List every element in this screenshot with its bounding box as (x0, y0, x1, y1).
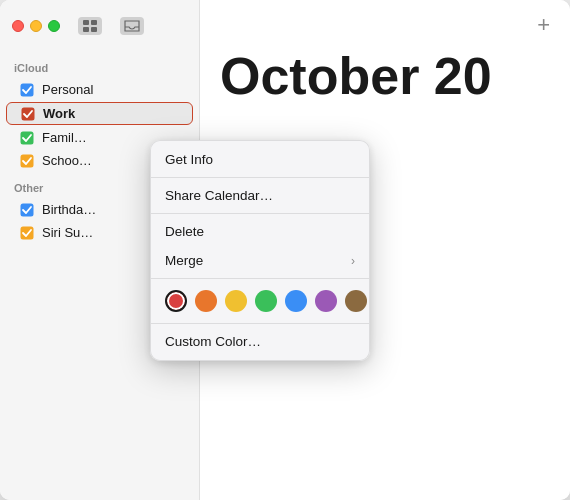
menu-separator-2 (151, 213, 369, 214)
grid-view-button[interactable] (78, 17, 102, 35)
personal-checkbox[interactable] (20, 83, 34, 97)
menu-item-get-info[interactable]: Get Info (151, 145, 369, 174)
siri-suggestions-label: Siri Su… (42, 225, 93, 240)
color-row (151, 282, 369, 320)
traffic-lights (12, 20, 60, 32)
menu-separator-1 (151, 177, 369, 178)
minimize-button[interactable] (30, 20, 42, 32)
merge-label: Merge (165, 253, 203, 268)
svg-rect-2 (83, 27, 89, 32)
color-swatch-orange[interactable] (195, 290, 217, 312)
app-window: iCloud Personal Work (0, 0, 570, 500)
school-label: Schoo… (42, 153, 92, 168)
birthdays-label: Birthda… (42, 202, 96, 217)
month-title: October 20 (220, 50, 550, 102)
menu-item-merge[interactable]: Merge › (151, 246, 369, 275)
color-swatch-green[interactable] (255, 290, 277, 312)
add-event-button[interactable]: + (537, 14, 550, 36)
maximize-button[interactable] (48, 20, 60, 32)
color-swatch-blue[interactable] (285, 290, 307, 312)
birthdays-checkbox[interactable] (20, 203, 34, 217)
work-checkbox[interactable] (21, 107, 35, 121)
menu-separator-4 (151, 323, 369, 324)
color-swatch-purple[interactable] (315, 290, 337, 312)
menu-item-delete[interactable]: Delete (151, 217, 369, 246)
sidebar-item-work[interactable]: Work (6, 102, 193, 125)
share-calendar-label: Share Calendar… (165, 188, 273, 203)
menu-separator-3 (151, 278, 369, 279)
siri-suggestions-checkbox[interactable] (20, 226, 34, 240)
inbox-button[interactable] (120, 17, 144, 35)
work-label: Work (43, 106, 75, 121)
menu-item-share-calendar[interactable]: Share Calendar… (151, 181, 369, 210)
custom-color-label: Custom Color… (165, 334, 261, 349)
close-button[interactable] (12, 20, 24, 32)
get-info-label: Get Info (165, 152, 213, 167)
personal-label: Personal (42, 82, 93, 97)
svg-rect-0 (83, 20, 89, 25)
family-checkbox[interactable] (20, 131, 34, 145)
svg-rect-3 (91, 27, 97, 32)
icloud-section-label: iCloud (0, 52, 199, 78)
color-swatch-yellow[interactable] (225, 290, 247, 312)
menu-item-custom-color[interactable]: Custom Color… (151, 327, 369, 356)
titlebar (0, 0, 199, 52)
sidebar-item-personal[interactable]: Personal (6, 79, 193, 100)
delete-label: Delete (165, 224, 204, 239)
merge-submenu-icon: › (351, 254, 355, 268)
school-checkbox[interactable] (20, 154, 34, 168)
context-menu: Get Info Share Calendar… Delete Merge › (150, 140, 370, 361)
main-toolbar: + (537, 14, 550, 36)
svg-rect-1 (91, 20, 97, 25)
color-swatch-brown[interactable] (345, 290, 367, 312)
color-swatch-red[interactable] (165, 290, 187, 312)
family-label: Famil… (42, 130, 87, 145)
